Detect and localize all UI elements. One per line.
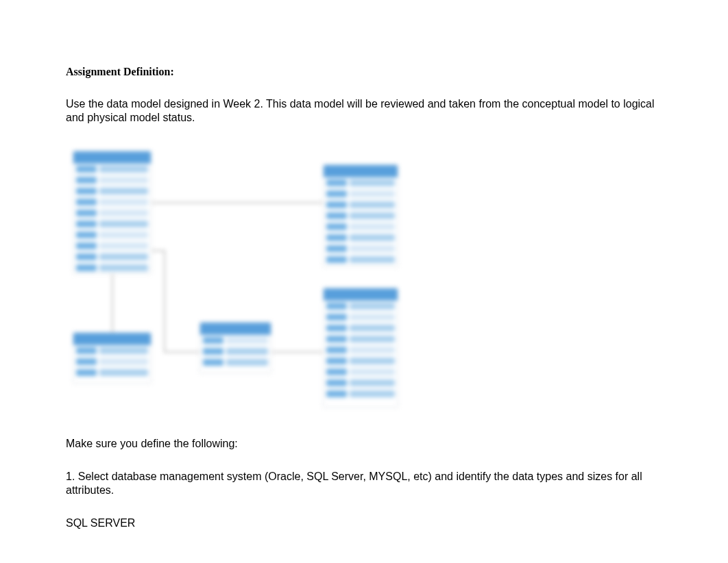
step1-paragraph: 1. Select database management system (Or… [66, 470, 662, 497]
connector-line [151, 202, 323, 203]
intro-paragraph: Use the data model designed in Week 2. T… [66, 97, 662, 125]
assignment-heading: Assignment Definition: [66, 66, 662, 78]
connector-line [164, 250, 165, 353]
connector-line [164, 351, 199, 353]
connector-line [112, 274, 113, 332]
entity-header [73, 333, 151, 345]
er-diagram [66, 144, 402, 418]
entity-header [324, 165, 398, 177]
instruction-paragraph: Make sure you define the following: [66, 437, 662, 451]
connector-line [271, 351, 323, 353]
answer-paragraph: SQL SERVER [66, 516, 662, 530]
entity-header [324, 288, 398, 301]
connector-line [151, 250, 165, 251]
entity-header [73, 151, 151, 164]
entity-header [200, 323, 271, 335]
